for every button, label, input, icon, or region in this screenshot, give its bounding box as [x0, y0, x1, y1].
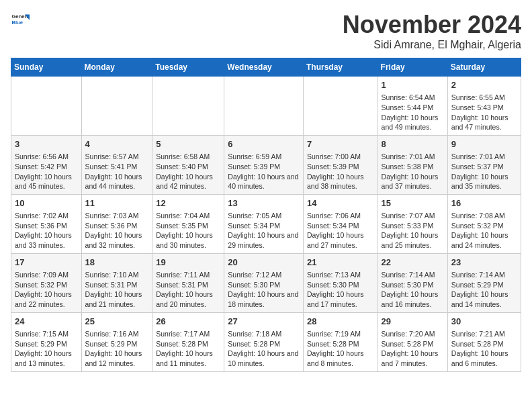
- day-number: 26: [156, 316, 220, 328]
- day-number: 8: [382, 138, 444, 150]
- calendar-cell: 10Sunrise: 7:02 AM Sunset: 5:36 PM Dayli…: [11, 194, 82, 253]
- day-info: Sunrise: 7:21 AM Sunset: 5:28 PM Dayligh…: [451, 329, 517, 369]
- day-number: 23: [451, 257, 517, 269]
- day-number: 2: [451, 79, 517, 91]
- calendar-cell: 28Sunrise: 7:19 AM Sunset: 5:28 PM Dayli…: [303, 312, 378, 371]
- day-number: 22: [382, 257, 444, 269]
- header-thursday: Thursday: [303, 58, 378, 77]
- calendar-cell: 16Sunrise: 7:08 AM Sunset: 5:32 PM Dayli…: [447, 194, 521, 253]
- week-row-0: 1Sunrise: 6:54 AM Sunset: 5:44 PM Daylig…: [11, 77, 521, 136]
- calendar-cell: 13Sunrise: 7:05 AM Sunset: 5:34 PM Dayli…: [224, 194, 304, 253]
- day-number: 28: [307, 316, 374, 328]
- calendar-cell: 26Sunrise: 7:17 AM Sunset: 5:28 PM Dayli…: [152, 312, 224, 371]
- calendar-cell: 14Sunrise: 7:06 AM Sunset: 5:34 PM Dayli…: [303, 194, 378, 253]
- day-info: Sunrise: 6:58 AM Sunset: 5:40 PM Dayligh…: [156, 152, 220, 191]
- day-number: 17: [15, 257, 78, 269]
- calendar-cell: 27Sunrise: 7:18 AM Sunset: 5:28 PM Dayli…: [224, 312, 304, 371]
- day-info: Sunrise: 7:04 AM Sunset: 5:35 PM Dayligh…: [156, 211, 220, 250]
- day-info: Sunrise: 7:05 AM Sunset: 5:34 PM Dayligh…: [228, 211, 300, 250]
- week-row-1: 3Sunrise: 6:56 AM Sunset: 5:42 PM Daylig…: [11, 135, 521, 194]
- day-info: Sunrise: 7:09 AM Sunset: 5:32 PM Dayligh…: [15, 270, 78, 310]
- calendar-cell: 4Sunrise: 6:57 AM Sunset: 5:41 PM Daylig…: [81, 135, 152, 194]
- day-info: Sunrise: 7:02 AM Sunset: 5:36 PM Dayligh…: [15, 211, 78, 250]
- day-number: 20: [228, 257, 300, 269]
- day-number: 27: [228, 316, 300, 328]
- header-wednesday: Wednesday: [224, 58, 304, 77]
- calendar-cell: 21Sunrise: 7:13 AM Sunset: 5:30 PM Dayli…: [303, 253, 378, 312]
- calendar-cell: 8Sunrise: 7:01 AM Sunset: 5:38 PM Daylig…: [378, 135, 447, 194]
- calendar-cell: 1Sunrise: 6:54 AM Sunset: 5:44 PM Daylig…: [378, 77, 447, 136]
- calendar-cell: 24Sunrise: 7:15 AM Sunset: 5:29 PM Dayli…: [11, 312, 82, 371]
- calendar-cell: 20Sunrise: 7:12 AM Sunset: 5:30 PM Dayli…: [224, 253, 304, 312]
- calendar-cell: 11Sunrise: 7:03 AM Sunset: 5:36 PM Dayli…: [81, 194, 152, 253]
- day-number: 14: [307, 197, 374, 210]
- day-number: 13: [228, 197, 300, 210]
- calendar-cell: [152, 77, 224, 136]
- calendar-cell: 3Sunrise: 6:56 AM Sunset: 5:42 PM Daylig…: [11, 135, 82, 194]
- day-number: 15: [382, 197, 444, 210]
- header-friday: Friday: [378, 58, 447, 77]
- calendar-cell: 12Sunrise: 7:04 AM Sunset: 5:35 PM Dayli…: [152, 194, 224, 253]
- day-number: 11: [85, 197, 149, 210]
- header-saturday: Saturday: [447, 58, 521, 77]
- day-number: 5: [156, 138, 220, 150]
- day-info: Sunrise: 6:54 AM Sunset: 5:44 PM Dayligh…: [382, 93, 444, 132]
- calendar-cell: 19Sunrise: 7:11 AM Sunset: 5:31 PM Dayli…: [152, 253, 224, 312]
- calendar-cell: 30Sunrise: 7:21 AM Sunset: 5:28 PM Dayli…: [447, 312, 521, 371]
- day-number: 10: [15, 197, 78, 210]
- day-info: Sunrise: 7:00 AM Sunset: 5:39 PM Dayligh…: [307, 152, 374, 191]
- day-info: Sunrise: 7:11 AM Sunset: 5:31 PM Dayligh…: [156, 270, 220, 310]
- title-area: November 2024 Sidi Amrane, El Mghair, Al…: [343, 11, 521, 51]
- header-sunday: Sunday: [11, 58, 82, 77]
- calendar-cell: 25Sunrise: 7:16 AM Sunset: 5:29 PM Dayli…: [81, 312, 152, 371]
- day-number: 30: [451, 316, 517, 328]
- svg-text:Blue: Blue: [11, 19, 23, 26]
- day-number: 24: [15, 316, 78, 328]
- week-row-2: 10Sunrise: 7:02 AM Sunset: 5:36 PM Dayli…: [11, 194, 521, 253]
- day-info: Sunrise: 7:14 AM Sunset: 5:30 PM Dayligh…: [382, 270, 444, 310]
- calendar-cell: [224, 77, 304, 136]
- month-title: November 2024: [343, 11, 521, 39]
- day-info: Sunrise: 7:19 AM Sunset: 5:28 PM Dayligh…: [307, 329, 374, 369]
- calendar-cell: 7Sunrise: 7:00 AM Sunset: 5:39 PM Daylig…: [303, 135, 378, 194]
- calendar-cell: 22Sunrise: 7:14 AM Sunset: 5:30 PM Dayli…: [378, 253, 447, 312]
- day-info: Sunrise: 7:07 AM Sunset: 5:33 PM Dayligh…: [382, 211, 444, 250]
- day-info: Sunrise: 7:14 AM Sunset: 5:29 PM Dayligh…: [451, 270, 517, 310]
- day-number: 18: [85, 257, 149, 269]
- day-info: Sunrise: 7:01 AM Sunset: 5:37 PM Dayligh…: [451, 152, 517, 191]
- calendar-cell: 5Sunrise: 6:58 AM Sunset: 5:40 PM Daylig…: [152, 135, 224, 194]
- day-number: 3: [15, 138, 78, 150]
- logo-icon: General Blue: [11, 11, 30, 30]
- week-row-4: 24Sunrise: 7:15 AM Sunset: 5:29 PM Dayli…: [11, 312, 521, 371]
- day-number: 7: [307, 138, 374, 150]
- day-number: 25: [85, 316, 149, 328]
- day-info: Sunrise: 6:57 AM Sunset: 5:41 PM Dayligh…: [85, 152, 149, 191]
- day-number: 19: [156, 257, 220, 269]
- day-info: Sunrise: 6:56 AM Sunset: 5:42 PM Dayligh…: [15, 152, 78, 191]
- day-info: Sunrise: 7:12 AM Sunset: 5:30 PM Dayligh…: [228, 270, 300, 310]
- day-number: 29: [382, 316, 444, 328]
- day-info: Sunrise: 7:01 AM Sunset: 5:38 PM Dayligh…: [382, 152, 444, 191]
- day-info: Sunrise: 6:59 AM Sunset: 5:39 PM Dayligh…: [228, 152, 300, 191]
- day-number: 1: [382, 79, 444, 91]
- day-number: 6: [228, 138, 300, 150]
- calendar-cell: 6Sunrise: 6:59 AM Sunset: 5:39 PM Daylig…: [224, 135, 304, 194]
- calendar-cell: [11, 77, 82, 136]
- day-info: Sunrise: 7:13 AM Sunset: 5:30 PM Dayligh…: [307, 270, 374, 310]
- calendar-cell: 17Sunrise: 7:09 AM Sunset: 5:32 PM Dayli…: [11, 253, 82, 312]
- logo: General Blue: [11, 11, 30, 30]
- day-number: 4: [85, 138, 149, 150]
- calendar-cell: [303, 77, 378, 136]
- header-monday: Monday: [81, 58, 152, 77]
- day-info: Sunrise: 7:17 AM Sunset: 5:28 PM Dayligh…: [156, 329, 220, 369]
- day-info: Sunrise: 7:15 AM Sunset: 5:29 PM Dayligh…: [15, 329, 78, 369]
- day-number: 9: [451, 138, 517, 150]
- calendar-cell: 2Sunrise: 6:55 AM Sunset: 5:43 PM Daylig…: [447, 77, 521, 136]
- day-info: Sunrise: 7:03 AM Sunset: 5:36 PM Dayligh…: [85, 211, 149, 250]
- location-title: Sidi Amrane, El Mghair, Algeria: [343, 39, 521, 51]
- day-info: Sunrise: 7:20 AM Sunset: 5:28 PM Dayligh…: [382, 329, 444, 369]
- calendar-cell: [81, 77, 152, 136]
- day-number: 16: [451, 197, 517, 210]
- calendar-cell: 29Sunrise: 7:20 AM Sunset: 5:28 PM Dayli…: [378, 312, 447, 371]
- calendar-table: SundayMondayTuesdayWednesdayThursdayFrid…: [11, 58, 521, 372]
